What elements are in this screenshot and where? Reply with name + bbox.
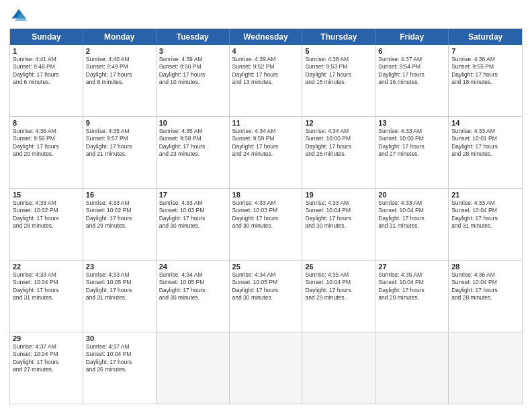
cal-day-1: 1Sunrise: 4:41 AM Sunset: 9:48 PM Daylig… [10,45,83,116]
day-number: 18 [232,191,300,199]
cal-day-28: 28Sunrise: 4:36 AM Sunset: 10:04 PM Dayl… [449,261,522,332]
day-number: 19 [305,191,372,199]
cal-header-thursday: Thursday [302,29,375,45]
day-number: 10 [159,119,226,127]
calendar-body: 1Sunrise: 4:41 AM Sunset: 9:48 PM Daylig… [10,45,522,404]
day-number: 3 [159,47,226,55]
cal-day-17: 17Sunrise: 4:33 AM Sunset: 10:03 PM Dayl… [157,189,230,260]
cal-empty-cell [375,332,449,404]
calendar-header-row: SundayMondayTuesdayWednesdayThursdayFrid… [10,29,522,45]
cal-empty-cell [157,332,230,404]
day-info: Sunrise: 4:33 AM Sunset: 10:02 PM Daylig… [13,199,80,230]
day-info: Sunrise: 4:33 AM Sunset: 10:04 PM Daylig… [378,199,445,230]
cal-day-21: 21Sunrise: 4:33 AM Sunset: 10:04 PM Dayl… [449,189,522,260]
cal-day-16: 16Sunrise: 4:33 AM Sunset: 10:02 PM Dayl… [83,189,157,260]
cal-week-3: 15Sunrise: 4:33 AM Sunset: 10:02 PM Dayl… [10,188,522,260]
day-number: 30 [86,334,153,342]
cal-day-13: 13Sunrise: 4:33 AM Sunset: 10:00 PM Dayl… [375,117,449,188]
cal-week-4: 22Sunrise: 4:33 AM Sunset: 10:04 PM Dayl… [10,260,522,332]
day-number: 28 [451,263,519,271]
cal-header-sunday: Sunday [10,29,83,45]
cal-day-6: 6Sunrise: 4:37 AM Sunset: 9:54 PM Daylig… [375,45,449,116]
header [9,7,523,26]
day-number: 29 [13,334,80,342]
day-info: Sunrise: 4:37 AM Sunset: 10:04 PM Daylig… [86,343,153,374]
day-info: Sunrise: 4:35 AM Sunset: 9:57 PM Dayligh… [86,128,153,158]
day-info: Sunrise: 4:34 AM Sunset: 10:05 PM Daylig… [159,271,226,302]
day-info: Sunrise: 4:34 AM Sunset: 9:59 PM Dayligh… [232,128,300,158]
day-info: Sunrise: 4:33 AM Sunset: 10:03 PM Daylig… [232,199,300,230]
day-info: Sunrise: 4:33 AM Sunset: 10:00 PM Daylig… [378,128,445,158]
logo [9,7,31,26]
day-number: 16 [86,191,153,199]
day-info: Sunrise: 4:33 AM Sunset: 10:05 PM Daylig… [86,271,153,302]
cal-day-22: 22Sunrise: 4:33 AM Sunset: 10:04 PM Dayl… [10,261,83,332]
logo-icon [9,7,28,26]
day-info: Sunrise: 4:33 AM Sunset: 10:04 PM Daylig… [451,199,519,230]
page: SundayMondayTuesdayWednesdayThursdayFrid… [0,0,532,411]
cal-day-20: 20Sunrise: 4:33 AM Sunset: 10:04 PM Dayl… [375,189,449,260]
day-info: Sunrise: 4:39 AM Sunset: 9:50 PM Dayligh… [159,56,226,87]
day-info: Sunrise: 4:41 AM Sunset: 9:48 PM Dayligh… [13,56,80,87]
day-info: Sunrise: 4:36 AM Sunset: 10:04 PM Daylig… [451,271,519,302]
day-number: 2 [86,47,153,55]
day-info: Sunrise: 4:33 AM Sunset: 10:01 PM Daylig… [451,128,519,158]
cal-empty-cell [302,332,375,404]
day-number: 11 [232,119,300,127]
day-number: 12 [305,119,372,127]
cal-day-14: 14Sunrise: 4:33 AM Sunset: 10:01 PM Dayl… [449,117,522,188]
day-number: 24 [159,263,226,271]
cal-day-12: 12Sunrise: 4:34 AM Sunset: 10:00 PM Dayl… [302,117,375,188]
day-info: Sunrise: 4:35 AM Sunset: 10:04 PM Daylig… [378,271,445,302]
day-number: 9 [86,119,153,127]
cal-week-5: 29Sunrise: 4:37 AM Sunset: 10:04 PM Dayl… [10,332,522,404]
day-info: Sunrise: 4:34 AM Sunset: 10:00 PM Daylig… [305,128,372,158]
day-number: 27 [378,263,445,271]
cal-day-19: 19Sunrise: 4:33 AM Sunset: 10:04 PM Dayl… [302,189,375,260]
cal-day-18: 18Sunrise: 4:33 AM Sunset: 10:03 PM Dayl… [230,189,303,260]
day-info: Sunrise: 4:34 AM Sunset: 10:05 PM Daylig… [232,271,300,302]
cal-day-26: 26Sunrise: 4:35 AM Sunset: 10:04 PM Dayl… [302,261,375,332]
cal-day-29: 29Sunrise: 4:37 AM Sunset: 10:04 PM Dayl… [10,332,83,404]
day-info: Sunrise: 4:39 AM Sunset: 9:52 PM Dayligh… [232,56,300,87]
day-info: Sunrise: 4:33 AM Sunset: 10:02 PM Daylig… [86,199,153,230]
cal-day-27: 27Sunrise: 4:35 AM Sunset: 10:04 PM Dayl… [375,261,449,332]
day-number: 1 [13,47,80,55]
day-number: 8 [13,119,80,127]
day-number: 25 [232,263,300,271]
cal-day-9: 9Sunrise: 4:35 AM Sunset: 9:57 PM Daylig… [83,117,157,188]
cal-empty-cell [449,332,522,404]
day-info: Sunrise: 4:37 AM Sunset: 9:54 PM Dayligh… [378,56,445,87]
cal-day-8: 8Sunrise: 4:36 AM Sunset: 9:56 PM Daylig… [10,117,83,188]
cal-week-2: 8Sunrise: 4:36 AM Sunset: 9:56 PM Daylig… [10,116,522,188]
cal-header-monday: Monday [83,29,157,45]
day-info: Sunrise: 4:33 AM Sunset: 10:03 PM Daylig… [159,199,226,230]
calendar: SundayMondayTuesdayWednesdayThursdayFrid… [9,28,523,404]
cal-day-24: 24Sunrise: 4:34 AM Sunset: 10:05 PM Dayl… [157,261,230,332]
cal-day-25: 25Sunrise: 4:34 AM Sunset: 10:05 PM Dayl… [230,261,303,332]
day-number: 5 [305,47,372,55]
cal-day-4: 4Sunrise: 4:39 AM Sunset: 9:52 PM Daylig… [230,45,303,116]
day-number: 26 [305,263,372,271]
day-number: 17 [159,191,226,199]
day-info: Sunrise: 4:37 AM Sunset: 10:04 PM Daylig… [13,343,80,374]
day-info: Sunrise: 4:33 AM Sunset: 10:04 PM Daylig… [305,199,372,230]
day-number: 4 [232,47,300,55]
day-info: Sunrise: 4:38 AM Sunset: 9:53 PM Dayligh… [305,56,372,87]
cal-day-15: 15Sunrise: 4:33 AM Sunset: 10:02 PM Dayl… [10,189,83,260]
day-number: 6 [378,47,445,55]
cal-day-11: 11Sunrise: 4:34 AM Sunset: 9:59 PM Dayli… [230,117,303,188]
cal-header-wednesday: Wednesday [230,29,303,45]
cal-day-5: 5Sunrise: 4:38 AM Sunset: 9:53 PM Daylig… [302,45,375,116]
day-info: Sunrise: 4:35 AM Sunset: 10:04 PM Daylig… [305,271,372,302]
day-info: Sunrise: 4:40 AM Sunset: 9:49 PM Dayligh… [86,56,153,87]
cal-day-30: 30Sunrise: 4:37 AM Sunset: 10:04 PM Dayl… [83,332,157,404]
cal-week-1: 1Sunrise: 4:41 AM Sunset: 9:48 PM Daylig… [10,45,522,116]
day-number: 22 [13,263,80,271]
cal-day-3: 3Sunrise: 4:39 AM Sunset: 9:50 PM Daylig… [157,45,230,116]
day-info: Sunrise: 4:36 AM Sunset: 9:56 PM Dayligh… [13,128,80,158]
day-info: Sunrise: 4:35 AM Sunset: 9:58 PM Dayligh… [159,128,226,158]
cal-day-2: 2Sunrise: 4:40 AM Sunset: 9:49 PM Daylig… [83,45,157,116]
day-number: 20 [378,191,445,199]
cal-header-friday: Friday [375,29,449,45]
